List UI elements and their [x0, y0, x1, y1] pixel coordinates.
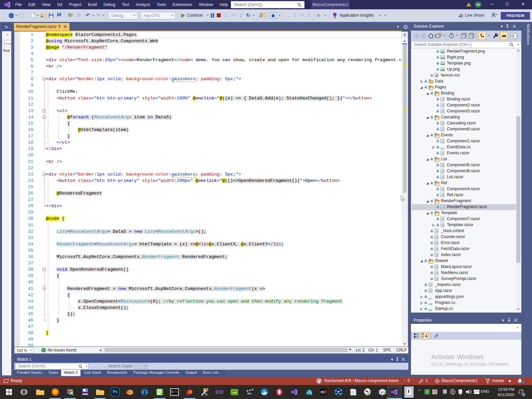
svg-text:321: 321 [247, 392, 252, 395]
svg-text:vm: vm [232, 391, 236, 394]
svg-text:D: D [384, 391, 385, 394]
svg-text:A: A [381, 391, 382, 394]
